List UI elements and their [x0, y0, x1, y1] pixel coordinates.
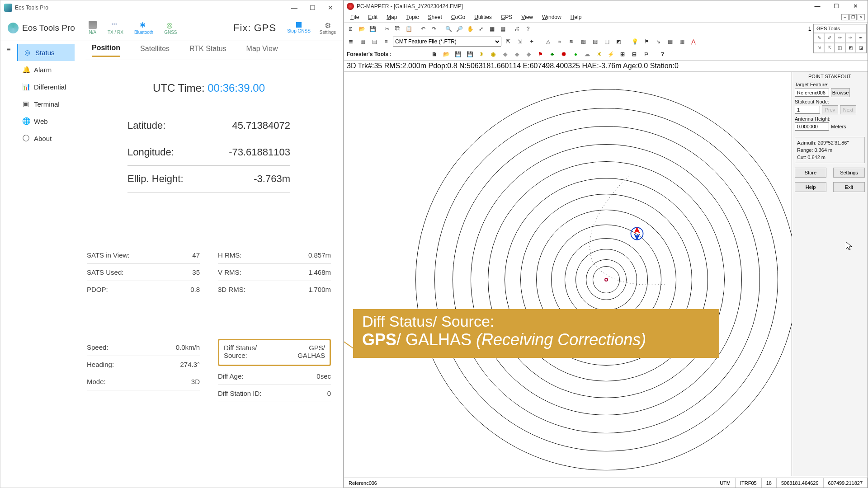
tool-g-icon[interactable]: ◩: [613, 37, 623, 47]
antenna-height-input[interactable]: [795, 122, 829, 131]
gps-tool-2-icon[interactable]: ✐: [824, 33, 835, 43]
gps-tool-4-icon[interactable]: ✑: [845, 33, 856, 43]
save-icon[interactable]: 💾: [368, 24, 377, 34]
menu-gps[interactable]: GPS: [497, 14, 516, 20]
export-icon[interactable]: ⇲: [515, 37, 525, 47]
gps-tool-10-icon[interactable]: ◪: [856, 43, 866, 53]
new-icon[interactable]: 🗎: [346, 24, 356, 34]
f-caliper-icon[interactable]: ⊟: [629, 49, 639, 59]
f-ruler-icon[interactable]: ⊞: [618, 49, 627, 59]
pcm-titlebar[interactable]: PC-MAPPER - [GalHAS_JY20230424.FMP] — ☐ …: [344, 0, 868, 12]
tab-satellites[interactable]: Satellites: [140, 45, 170, 56]
menu-window[interactable]: Window: [538, 14, 565, 20]
conn-bluetooth[interactable]: Bluetooth: [134, 21, 153, 35]
menu-sheet[interactable]: Sheet: [424, 14, 445, 20]
tool-a-icon[interactable]: △: [543, 37, 553, 47]
tab-position[interactable]: Position: [92, 44, 120, 57]
tool-c-icon[interactable]: ≋: [566, 37, 576, 47]
sidebar-item-web[interactable]: 🌐Web: [17, 113, 75, 130]
f-bolt-icon[interactable]: ⚡: [606, 49, 616, 59]
stop-gnss-button[interactable]: Stop GNSS: [287, 22, 311, 33]
tool-e-icon[interactable]: ▨: [590, 37, 600, 47]
f-g3-icon[interactable]: ◆: [524, 49, 533, 59]
close-button[interactable]: ✕: [846, 1, 865, 12]
f-save2-icon[interactable]: 💾: [465, 49, 475, 59]
menu-view[interactable]: View: [518, 14, 537, 20]
minimize-button[interactable]: —: [285, 1, 303, 14]
mdi-close[interactable]: ×: [858, 14, 865, 20]
stakeout-help-button[interactable]: Help: [795, 182, 826, 192]
f-sun-icon[interactable]: ☀: [476, 49, 486, 59]
layers-icon[interactable]: ▤: [498, 24, 508, 34]
gps-tools-palette[interactable]: GPS Tools ✎✐✏✑✒ ⇲⇱◫◩◪: [813, 24, 867, 53]
close-button[interactable]: ✕: [321, 1, 340, 14]
gps-tool-3-icon[interactable]: ✏: [835, 33, 845, 43]
stakeout-node-input[interactable]: [795, 106, 820, 114]
store-button[interactable]: Store: [795, 168, 826, 178]
prev-button[interactable]: Prev: [822, 105, 838, 114]
import-icon[interactable]: ⇱: [503, 37, 513, 47]
open-icon[interactable]: 📂: [357, 24, 367, 34]
copy-icon[interactable]: ⿻: [393, 24, 403, 34]
menu-edit[interactable]: Edit: [364, 14, 381, 20]
f-red-flag-icon[interactable]: ⚑: [535, 49, 545, 59]
conn-txrx[interactable]: TX / RX: [108, 21, 123, 35]
f-g1-icon[interactable]: ◆: [500, 49, 510, 59]
print-icon[interactable]: 🖨: [512, 24, 522, 34]
zoom-in-icon[interactable]: 🔍: [443, 24, 453, 34]
feature-file-combo[interactable]: CMT Feature File (*.FTR): [393, 37, 501, 47]
maximize-button[interactable]: ☐: [303, 1, 321, 14]
lines-view-icon[interactable]: ≡: [381, 37, 391, 47]
undo-icon[interactable]: ↶: [418, 24, 428, 34]
link-icon[interactable]: ✦: [527, 37, 537, 47]
sidebar-item-differential[interactable]: 📊Differential: [17, 78, 75, 95]
mdi-restore[interactable]: ❐: [849, 14, 857, 20]
browse-button[interactable]: Browse: [831, 88, 850, 97]
bar-chart-icon[interactable]: ▥: [677, 37, 687, 47]
paste-icon[interactable]: 📋: [404, 24, 414, 34]
menu-topic[interactable]: Topic: [402, 14, 422, 20]
f-save-icon[interactable]: 💾: [453, 49, 463, 59]
menu-file[interactable]: File: [347, 14, 363, 20]
zoom-extent-icon[interactable]: ⤢: [476, 24, 486, 34]
arrow-icon[interactable]: ↘: [653, 37, 663, 47]
f-cloud-icon[interactable]: ☁: [582, 49, 592, 59]
f-g2-icon[interactable]: ◆: [512, 49, 522, 59]
next-button[interactable]: Next: [840, 105, 856, 114]
gps-tool-7-icon[interactable]: ⇱: [824, 43, 835, 53]
stakeout-settings-button[interactable]: Settings: [833, 168, 865, 178]
f-sun2-icon[interactable]: ☀: [594, 49, 604, 59]
flag-icon[interactable]: ⚑: [642, 37, 651, 47]
cut-icon[interactable]: ✂: [382, 24, 392, 34]
chart-grid-icon[interactable]: ▦: [665, 37, 675, 47]
f-ax-icon[interactable]: ✺: [559, 49, 569, 59]
sidebar-item-terminal[interactable]: ▣Terminal: [17, 95, 75, 113]
map-canvas[interactable]: Diff Status/ Source: GPS/ GALHAS (Receiv…: [344, 72, 868, 477]
menu-map[interactable]: Map: [383, 14, 401, 20]
hamburger-icon[interactable]: ≡: [0, 41, 17, 488]
tool-b-icon[interactable]: ≈: [555, 37, 565, 47]
exit-button[interactable]: Exit: [833, 182, 865, 192]
conn-gnss[interactable]: GNSS: [164, 21, 177, 35]
gps-tool-6-icon[interactable]: ⇲: [814, 43, 824, 53]
sidebar-item-alarm[interactable]: 🔔Alarm: [17, 61, 75, 78]
zoom-out-icon[interactable]: 🔎: [454, 24, 464, 34]
grid-icon[interactable]: ▦: [487, 24, 497, 34]
bulb-icon[interactable]: 💡: [630, 37, 640, 47]
tab-map-view[interactable]: Map View: [246, 45, 278, 56]
sheet-view-icon[interactable]: ▤: [369, 37, 379, 47]
tool-f-icon[interactable]: ◫: [602, 37, 612, 47]
f-led-icon[interactable]: ●: [571, 49, 580, 59]
f-new-icon[interactable]: 🗎: [429, 49, 439, 59]
redo-icon[interactable]: ↷: [429, 24, 439, 34]
gps-tool-5-icon[interactable]: ✒: [856, 33, 866, 43]
menu-cogo[interactable]: CoGo: [448, 14, 469, 20]
tab-rtk-status[interactable]: RTK Status: [189, 45, 226, 56]
pan-icon[interactable]: ✋: [465, 24, 475, 34]
conn-na[interactable]: N/A: [89, 21, 97, 35]
menu-help[interactable]: Help: [567, 14, 585, 20]
f-flag2-icon[interactable]: ⚐: [641, 49, 651, 59]
mdi-minimize[interactable]: –: [841, 14, 849, 20]
f-open-icon[interactable]: 📂: [441, 49, 451, 59]
polyline-icon[interactable]: ⋀: [689, 37, 698, 47]
